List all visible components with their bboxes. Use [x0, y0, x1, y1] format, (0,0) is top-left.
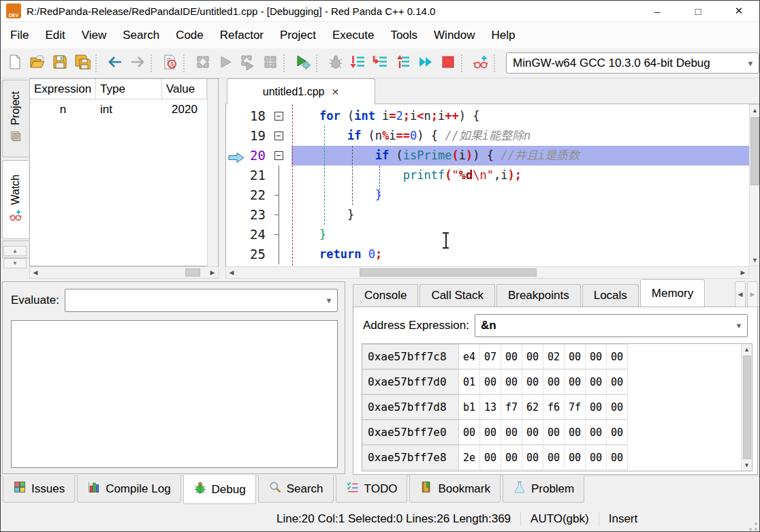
menu-edit[interactable]: Edit: [37, 22, 73, 48]
step-over-button[interactable]: [347, 52, 368, 74]
sidebar-scroll-up-button[interactable]: ▲: [3, 246, 27, 256]
bottom-splitter[interactable]: [345, 280, 352, 475]
tabs-scroll-left-button[interactable]: ◀: [735, 281, 746, 307]
memory-byte-cell[interactable]: 00: [522, 445, 543, 470]
maximize-button[interactable]: □: [678, 1, 718, 21]
editor-tab-untitled1[interactable]: untitled1.cpp ✕: [227, 78, 375, 104]
tab-issues[interactable]: Issues: [3, 475, 75, 503]
memory-byte-cell[interactable]: 00: [607, 394, 628, 420]
watch-vertical-scrollbar[interactable]: [207, 79, 218, 267]
tab-console[interactable]: Console: [353, 284, 418, 307]
sidebar-scroll-down-button[interactable]: ▼: [3, 258, 27, 268]
memory-byte-cell[interactable]: 00: [501, 445, 522, 470]
memory-byte-cell[interactable]: 00: [543, 369, 565, 394]
run-button[interactable]: [215, 52, 236, 74]
tab-locals[interactable]: Locals: [582, 284, 639, 307]
memory-byte-cell[interactable]: 13: [480, 394, 501, 420]
save-all-button[interactable]: [72, 52, 93, 74]
tab-search[interactable]: Search: [258, 475, 334, 503]
menu-window[interactable]: Window: [426, 22, 483, 48]
tab-breakpoints[interactable]: Breakpoints: [496, 284, 581, 307]
memory-byte-cell[interactable]: 00: [501, 369, 522, 394]
editor-horizontal-scrollbar[interactable]: ◀ ▶: [225, 266, 749, 279]
compile-and-run-button[interactable]: [237, 52, 258, 74]
memory-byte-cell[interactable]: b1: [459, 394, 480, 420]
tab-call-stack[interactable]: Call Stack: [419, 284, 495, 307]
scrollbar-thumb[interactable]: [360, 268, 537, 277]
memory-byte-cell[interactable]: 02: [543, 344, 565, 369]
menu-view[interactable]: View: [74, 22, 115, 48]
tab-debug[interactable]: Debug: [183, 475, 256, 504]
memory-byte-cell[interactable]: 00: [607, 420, 628, 445]
memory-byte-cell[interactable]: 00: [586, 344, 607, 369]
debug-button[interactable]: [292, 52, 313, 74]
memory-byte-cell[interactable]: 01: [459, 369, 480, 394]
scroll-left-icon[interactable]: ◀: [226, 267, 237, 278]
continue-button[interactable]: [415, 52, 436, 74]
open-button[interactable]: [27, 52, 48, 74]
fold-collapse-icon[interactable]: −: [274, 151, 283, 160]
tab-memory[interactable]: Memory: [640, 279, 705, 307]
memory-byte-cell[interactable]: 2e: [459, 445, 480, 470]
stop-button[interactable]: [437, 52, 458, 74]
memory-byte-cell[interactable]: 00: [459, 420, 480, 445]
memory-byte-cell[interactable]: 00: [607, 344, 628, 369]
memory-byte-cell[interactable]: 00: [586, 445, 607, 470]
sidebar-tab-project[interactable]: Project: [2, 80, 29, 157]
memory-byte-cell[interactable]: f6: [543, 394, 565, 420]
menu-project[interactable]: Project: [272, 22, 324, 48]
memory-byte-cell[interactable]: 62: [522, 394, 543, 420]
scroll-right-icon[interactable]: ▶: [738, 267, 748, 278]
menu-file[interactable]: File: [2, 22, 37, 48]
scrollbar-thumb[interactable]: [750, 117, 759, 185]
close-button[interactable]: ✕: [718, 1, 759, 21]
memory-byte-cell[interactable]: 00: [501, 420, 522, 445]
scroll-left-icon[interactable]: ◀: [30, 267, 41, 278]
rebuild-button[interactable]: [259, 52, 281, 74]
tabs-scroll-right-button[interactable]: ▶: [747, 281, 758, 307]
minimize-button[interactable]: –: [637, 1, 678, 21]
step-into-button[interactable]: [370, 52, 391, 74]
forward-button[interactable]: [127, 52, 148, 74]
memory-byte-cell[interactable]: 00: [607, 369, 628, 394]
tab-bookmark[interactable]: Bookmark: [409, 475, 501, 503]
memory-byte-cell[interactable]: 00: [565, 369, 586, 394]
code-editor[interactable]: 18− for (int i=2;i<n;i++) {19− if (n%i==…: [225, 104, 749, 266]
menu-help[interactable]: Help: [484, 22, 524, 48]
memory-byte-cell[interactable]: 7f: [565, 394, 586, 420]
memory-byte-cell[interactable]: 00: [522, 344, 543, 369]
memory-byte-cell[interactable]: 00: [586, 394, 607, 420]
back-button[interactable]: [104, 52, 125, 74]
editor-vertical-scrollbar[interactable]: ▲ ▼: [749, 104, 760, 266]
watch-horizontal-scrollbar[interactable]: ◀ ▶: [29, 266, 219, 279]
memory-byte-cell[interactable]: f7: [501, 394, 522, 420]
memory-byte-cell[interactable]: 00: [480, 420, 501, 445]
address-expression-input[interactable]: &n ▼: [475, 314, 748, 337]
memory-byte-cell[interactable]: 07: [480, 344, 501, 369]
scroll-right-icon[interactable]: ▶: [207, 267, 218, 278]
memory-byte-cell[interactable]: 00: [522, 420, 543, 445]
scrollbar-thumb[interactable]: [743, 356, 751, 459]
memory-byte-cell[interactable]: 00: [543, 445, 565, 470]
memory-byte-cell[interactable]: 00: [480, 445, 501, 470]
add-watch-button[interactable]: [470, 52, 491, 74]
memory-byte-cell[interactable]: 00: [480, 369, 501, 394]
memory-byte-cell[interactable]: 00: [565, 445, 586, 470]
scroll-down-icon[interactable]: ▼: [742, 460, 753, 471]
tab-problem[interactable]: Problem: [503, 475, 584, 503]
memory-byte-cell[interactable]: 00: [543, 420, 565, 445]
save-button[interactable]: [49, 52, 70, 74]
memory-byte-cell[interactable]: 00: [522, 369, 543, 394]
scrollbar-thumb[interactable]: [185, 268, 200, 277]
memory-byte-cell[interactable]: 00: [565, 420, 586, 445]
memory-byte-cell[interactable]: 00: [501, 344, 522, 369]
menu-code[interactable]: Code: [168, 22, 212, 48]
evaluate-input[interactable]: ▼: [65, 289, 338, 312]
watch-editor-splitter[interactable]: [219, 78, 225, 279]
resize-grip[interactable]: [748, 522, 758, 531]
tab-compile-log[interactable]: Compile Log: [77, 475, 180, 503]
memory-byte-cell[interactable]: 00: [586, 369, 607, 394]
tab-todo[interactable]: TODO: [336, 475, 408, 503]
memory-byte-cell[interactable]: 00: [607, 445, 628, 470]
compile-button[interactable]: [192, 52, 213, 74]
